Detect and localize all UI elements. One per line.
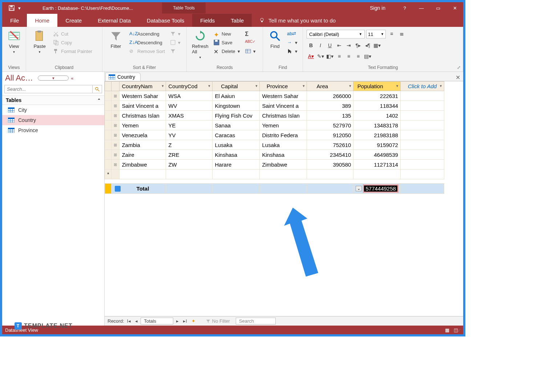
- record-navigator: Record: I◂ ◂ Totals ▸ ▸I ✦ No Filter Sea…: [105, 316, 463, 326]
- col-capital[interactable]: Capital▼: [213, 82, 260, 91]
- nav-search-input[interactable]: [4, 85, 93, 93]
- font-color-button[interactable]: A▾: [307, 52, 315, 60]
- qat-dropdown-icon[interactable]: ▾: [18, 5, 21, 11]
- totals-row[interactable]: Total⌄5774449258: [105, 184, 444, 194]
- save-record-button[interactable]: Save: [212, 38, 242, 46]
- col-countrycode[interactable]: CountryCod▼: [166, 82, 213, 91]
- totals-button[interactable]: Σ: [244, 30, 257, 38]
- gridlines-icon[interactable]: ▦▾: [373, 41, 381, 49]
- new-record-row[interactable]: *: [105, 170, 444, 179]
- nav-group-tables[interactable]: Tables ⌃: [2, 95, 104, 105]
- bullets-icon[interactable]: ≡: [387, 30, 396, 38]
- last-record-button[interactable]: ▸I: [182, 318, 189, 324]
- col-province[interactable]: Province▼: [260, 82, 307, 91]
- ltr-icon[interactable]: ¶▸: [354, 41, 363, 49]
- col-area[interactable]: Area▼: [307, 82, 353, 91]
- fill-color-button[interactable]: ◧▾: [325, 52, 334, 60]
- tab-external-data[interactable]: External Data: [90, 14, 139, 27]
- goto-button[interactable]: →▾: [286, 38, 299, 46]
- rtl-icon[interactable]: ◂¶: [363, 41, 372, 49]
- new-record-nav-button[interactable]: ✦: [190, 318, 197, 324]
- maximize-button[interactable]: ▭: [430, 2, 446, 14]
- advanced-filter-icon[interactable]: ▾: [169, 38, 182, 46]
- find-button[interactable]: Find: [267, 28, 283, 49]
- data-table[interactable]: CountryNam▼ CountryCod▼ Capital▼ Provinc…: [105, 81, 444, 194]
- spelling-button[interactable]: ABC✓: [244, 38, 257, 46]
- align-center-icon[interactable]: ≡: [344, 52, 353, 60]
- underline-button[interactable]: U: [325, 41, 334, 49]
- nav-item-province[interactable]: Province: [2, 125, 104, 135]
- table-row[interactable]: ⊞Western SaharWSAEl AaiunWestern Sahar26…: [105, 91, 444, 101]
- table-row[interactable]: ⊞Saint Vincent aWVKingstownSaint Vincent…: [105, 101, 444, 111]
- remove-sort-button[interactable]: ⊘Remove Sort: [128, 47, 166, 55]
- highlight-button[interactable]: ✎▾: [316, 52, 325, 60]
- nav-dropdown-icon[interactable]: ▾: [38, 75, 69, 81]
- window-title: Earth : Database- C:\Users\Fred\Docume..…: [35, 5, 140, 11]
- save-icon[interactable]: [9, 5, 15, 11]
- clipboard-launcher-icon[interactable]: ⤢: [457, 328, 461, 333]
- col-population[interactable]: Population▼: [353, 82, 400, 91]
- font-name-select[interactable]: Calibri (Detail)▼: [307, 30, 365, 38]
- replace-button[interactable]: ab⇄: [286, 30, 299, 38]
- table-row[interactable]: ⊞ZambiaZLusakaLusaka7526109159072: [105, 140, 444, 150]
- tab-table[interactable]: Table: [223, 14, 252, 27]
- nav-item-country[interactable]: Country: [2, 115, 104, 125]
- font-size-select[interactable]: 11▼: [366, 30, 386, 38]
- tab-file[interactable]: File: [2, 14, 27, 27]
- nav-search-button[interactable]: [93, 85, 102, 93]
- toggle-filter-icon[interactable]: [169, 47, 182, 55]
- sort-asc-button[interactable]: A↓ZAscending: [128, 30, 166, 38]
- delete-record-button[interactable]: ✕Delete ▾: [212, 47, 242, 55]
- cut-button[interactable]: Cut: [52, 30, 94, 38]
- tab-database-tools[interactable]: Database Tools: [139, 14, 192, 27]
- record-position-input[interactable]: Totals: [141, 318, 173, 324]
- view-button[interactable]: View▼: [6, 28, 22, 54]
- col-add[interactable]: Click to Add▼: [400, 82, 444, 91]
- indent-left-icon[interactable]: ⇤: [335, 41, 344, 49]
- first-record-button[interactable]: I◂: [126, 318, 133, 324]
- copy-button[interactable]: Copy: [52, 38, 94, 46]
- signin-link[interactable]: Sign in: [359, 5, 396, 11]
- filter-button[interactable]: Filter: [106, 28, 126, 49]
- help-button[interactable]: ?: [396, 2, 413, 14]
- new-record-button[interactable]: ✦New: [212, 30, 242, 38]
- record-search-input[interactable]: Search: [236, 318, 276, 324]
- table-row[interactable]: ⊞ZaireZREKinshasaKinshasa234541046498539: [105, 150, 444, 160]
- tab-fields[interactable]: Fields: [192, 14, 223, 27]
- refresh-all-button[interactable]: Refresh All▼: [190, 28, 210, 59]
- select-button[interactable]: ▾: [286, 47, 299, 55]
- alt-row-icon[interactable]: ▤▾: [363, 52, 372, 60]
- filter-indicator[interactable]: No Filter: [206, 318, 230, 324]
- tab-home[interactable]: Home: [27, 14, 57, 27]
- prev-record-button[interactable]: ◂: [134, 318, 139, 324]
- bold-button[interactable]: B: [307, 41, 315, 49]
- table-row[interactable]: ⊞ZimbabweZWHarareZimbabwe39058011271314: [105, 160, 444, 170]
- selection-filter-icon[interactable]: ▾: [169, 30, 182, 38]
- document-tab-country[interactable]: Country: [105, 73, 141, 81]
- format-painter-button[interactable]: Format Painter: [52, 47, 94, 55]
- more-records-button[interactable]: ▾: [244, 47, 257, 55]
- nav-item-city[interactable]: City: [2, 105, 104, 115]
- tell-me-search[interactable]: Tell me what you want to do: [252, 14, 336, 27]
- nav-title[interactable]: All Access Obje...: [5, 73, 36, 83]
- close-tab-icon[interactable]: ✕: [453, 74, 463, 81]
- paste-button[interactable]: Paste▼: [30, 28, 49, 54]
- col-countryname[interactable]: CountryNam▼: [120, 82, 166, 91]
- align-right-icon[interactable]: ≡: [354, 52, 363, 60]
- table-row[interactable]: ⊞Christmas IslanXMASFlying Fish CovChris…: [105, 111, 444, 121]
- minimize-button[interactable]: ―: [413, 2, 430, 14]
- align-left-icon[interactable]: ≡: [335, 52, 344, 60]
- table-icon: [109, 74, 115, 79]
- numbering-icon[interactable]: ≣: [397, 30, 406, 38]
- view-datasheet-icon[interactable]: ▦: [443, 327, 452, 333]
- table-row[interactable]: ⊞VenezuelaYVCaracasDistrito Federa912050…: [105, 130, 444, 140]
- indent-right-icon[interactable]: ⇥: [344, 41, 353, 49]
- next-record-button[interactable]: ▸: [175, 318, 180, 324]
- nav-collapse-icon[interactable]: «: [71, 75, 101, 81]
- close-button[interactable]: ✕: [446, 2, 463, 14]
- table-row[interactable]: ⊞YemenYESanaaYemen52797013483178: [105, 121, 444, 130]
- sort-desc-button[interactable]: Z↓ADescending: [128, 38, 166, 46]
- tab-create[interactable]: Create: [57, 14, 90, 27]
- textfmt-launcher-icon[interactable]: ⤢: [457, 65, 461, 70]
- italic-button[interactable]: I: [316, 41, 325, 49]
